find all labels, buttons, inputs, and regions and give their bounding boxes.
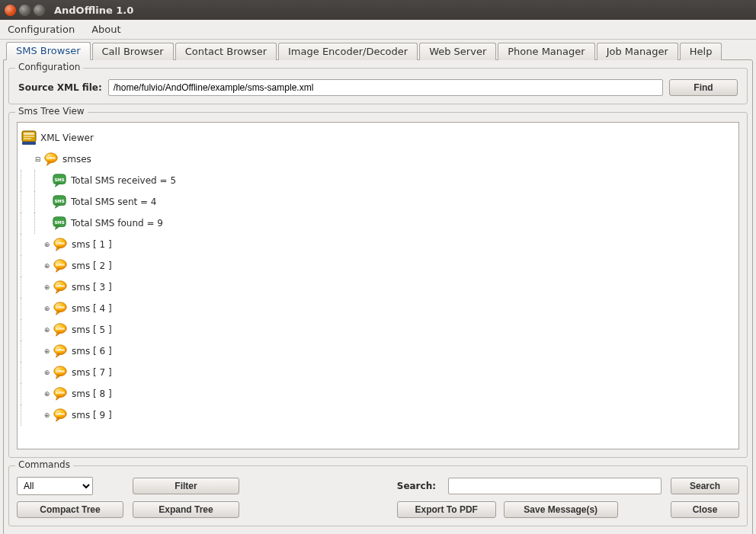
menu-configuration[interactable]: Configuration: [5, 22, 78, 37]
tab-label-web-server: Web Server: [429, 46, 486, 57]
tree-node-sms-item[interactable]: ⊕smssms [ 9 ]: [21, 404, 735, 426]
expand-handle-icon[interactable]: ⊕: [43, 412, 50, 419]
tree-node-sms-item-label: sms [ 5 ]: [72, 325, 112, 334]
tree-node-sms-item-label: sms [ 9 ]: [72, 411, 112, 420]
tree-node-sms-item-label: sms [ 3 ]: [72, 283, 112, 292]
tree-node-sms-item[interactable]: ⊕smssms [ 6 ]: [21, 341, 735, 362]
sms-bubble-green-icon: SMS: [51, 215, 68, 232]
sms-tree-view-legend: Sms Tree View: [15, 106, 88, 117]
tab-help[interactable]: Help: [680, 43, 722, 60]
tree-node-total-found[interactable]: SMS Total SMS found = 9: [21, 213, 735, 234]
svg-text:sms: sms: [56, 241, 65, 245]
expand-handle-icon[interactable]: ⊟: [34, 156, 41, 163]
sms-bubble-orange-icon: sms: [52, 343, 69, 360]
tree-node-sms-item[interactable]: ⊕smssms [ 4 ]: [21, 298, 735, 319]
tree-node-sms-item[interactable]: ⊕smssms [ 5 ]: [21, 319, 735, 341]
menu-about[interactable]: About: [88, 22, 123, 37]
tree-node-sms-item[interactable]: ⊕smssms [ 2 ]: [21, 255, 735, 277]
tree-node-sms-item-label: sms [ 4 ]: [72, 304, 112, 313]
compact-tree-button[interactable]: Compact Tree: [17, 501, 123, 518]
expand-handle-icon[interactable]: ⊕: [43, 391, 50, 398]
tree-node-sms-item[interactable]: ⊕smssms [ 8 ]: [21, 383, 735, 404]
commands-groupbox: Commands All Filter Search: Search Compa…: [8, 465, 748, 526]
search-button[interactable]: Search: [671, 478, 739, 494]
tree-node-total-sent-label: Total SMS sent = 4: [71, 197, 157, 206]
expand-handle-icon[interactable]: ⊕: [43, 348, 50, 355]
expand-handle-icon[interactable]: ⊕: [43, 263, 50, 270]
tab-label-phone-manager: Phone Manager: [508, 46, 585, 57]
tab-label-sms-browser: SMS Browser: [16, 45, 81, 56]
export-pdf-label: Export To PDF: [415, 504, 478, 515]
window-titlebar: AndOffline 1.0: [0, 0, 756, 20]
tree-node-total-sent[interactable]: SMS Total SMS sent = 4: [21, 191, 735, 213]
export-pdf-button[interactable]: Export To PDF: [397, 501, 496, 518]
sms-bubble-orange-icon: sms: [52, 279, 69, 296]
sms-bubble-green-icon: SMS: [51, 172, 68, 189]
tree-node-smses[interactable]: ⊟ sms smses: [21, 149, 735, 170]
tab-phone-manager[interactable]: Phone Manager: [498, 43, 594, 60]
tree-node-smses-label: smses: [62, 155, 91, 164]
sms-bubble-orange-icon: sms: [52, 300, 69, 317]
tab-label-img-enc-dec: Image Encoder/Decoder: [288, 46, 408, 57]
tree-node-root-label: XML Viewer: [40, 133, 94, 142]
svg-rect-2: [24, 136, 34, 137]
sms-bubble-orange-icon: sms: [52, 321, 69, 338]
tree-node-sms-item-label: sms [ 6 ]: [72, 347, 112, 356]
compact-tree-label: Compact Tree: [40, 504, 100, 515]
find-button[interactable]: Find: [669, 79, 738, 96]
sms-bubble-orange-icon: sms: [52, 364, 69, 381]
tab-label-job-manager: Job Manager: [607, 46, 668, 57]
tree-panel[interactable]: XML Viewer ⊟ sms smses: [17, 122, 739, 449]
expand-handle-icon[interactable]: ⊕: [43, 369, 50, 376]
svg-text:SMS: SMS: [54, 199, 64, 203]
svg-text:sms: sms: [56, 411, 65, 416]
expand-tree-button[interactable]: Expand Tree: [133, 501, 239, 518]
sms-tree-view-groupbox: Sms Tree View XML Viewer ⊟: [8, 112, 748, 458]
tree-node-sms-item-label: sms [ 7 ]: [72, 368, 112, 377]
source-xml-input[interactable]: [108, 79, 663, 96]
tab-sms-browser[interactable]: SMS Browser: [6, 42, 91, 60]
window-maximize-button[interactable]: [34, 5, 45, 16]
tree-node-total-received-label: Total SMS received = 5: [71, 176, 176, 185]
search-input[interactable]: [448, 478, 662, 494]
tab-pane-sms-browser: Configuration Source XML file: Find Sms …: [3, 59, 753, 534]
expand-handle-icon[interactable]: ⊕: [43, 284, 50, 291]
svg-rect-1: [24, 133, 34, 135]
tree-node-sms-item[interactable]: ⊕smssms [ 7 ]: [21, 362, 735, 383]
tab-label-contact-browser: Contact Browser: [185, 46, 267, 57]
expand-handle-icon[interactable]: ⊕: [43, 241, 50, 248]
tree-node-sms-item[interactable]: ⊕smssms [ 1 ]: [21, 234, 735, 255]
tree-node-total-received[interactable]: SMS Total SMS received = 5: [21, 170, 735, 191]
tab-image-encoder-decoder[interactable]: Image Encoder/Decoder: [278, 43, 418, 60]
tab-call-browser[interactable]: Call Browser: [92, 43, 174, 60]
expand-handle-icon[interactable]: ⊕: [43, 327, 50, 334]
menubar: Configuration About: [0, 20, 756, 40]
tab-bar: SMS Browser Call Browser Contact Browser…: [3, 41, 753, 59]
svg-text:sms: sms: [56, 326, 65, 331]
tab-job-manager[interactable]: Job Manager: [597, 43, 678, 60]
close-button-label: Close: [693, 504, 718, 515]
tab-label-call-browser: Call Browser: [102, 46, 164, 57]
svg-text:sms: sms: [56, 283, 65, 288]
tab-contact-browser[interactable]: Contact Browser: [175, 43, 277, 60]
window-minimize-button[interactable]: [19, 5, 30, 16]
svg-text:sms: sms: [56, 369, 65, 373]
svg-text:sms: sms: [46, 155, 56, 160]
svg-text:sms: sms: [56, 305, 65, 309]
search-label: Search:: [397, 481, 439, 491]
filter-button[interactable]: Filter: [133, 478, 239, 494]
sms-bubble-orange-icon: sms: [52, 236, 69, 253]
filter-select[interactable]: All: [17, 477, 93, 495]
tab-web-server[interactable]: Web Server: [419, 43, 496, 60]
tree-node-sms-item[interactable]: ⊕smssms [ 3 ]: [21, 277, 735, 298]
save-messages-button[interactable]: Save Message(s): [504, 501, 618, 518]
tree-node-root[interactable]: XML Viewer: [21, 127, 735, 149]
commands-legend: Commands: [15, 459, 73, 470]
svg-text:SMS: SMS: [54, 177, 64, 182]
window-close-button[interactable]: [5, 5, 16, 16]
sms-bubble-orange-icon: sms: [52, 385, 69, 402]
expand-handle-icon[interactable]: ⊕: [43, 305, 50, 312]
save-messages-label: Save Message(s): [524, 504, 597, 515]
close-button[interactable]: Close: [671, 501, 739, 518]
find-button-label: Find: [694, 82, 713, 93]
